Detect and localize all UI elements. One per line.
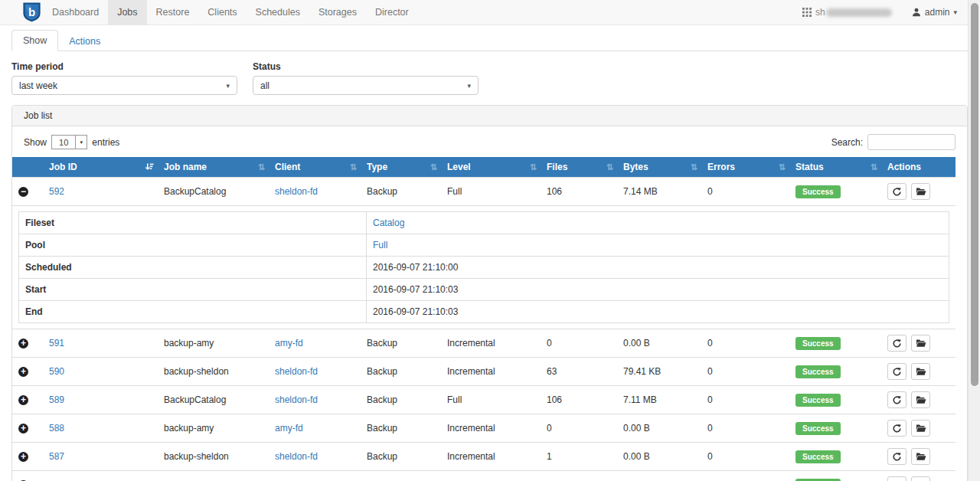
files-cell: 106 bbox=[541, 178, 617, 206]
table-header-row: Job ID Job name⇅Client⇅Type⇅Level⇅Files⇅… bbox=[12, 157, 956, 178]
nav-item-restore[interactable]: Restore bbox=[147, 0, 199, 25]
detail-row-scheduled: Scheduled2016-09-07 21:10:00 bbox=[19, 257, 949, 279]
detail-label: Scheduled bbox=[19, 257, 367, 279]
restart-job-button[interactable] bbox=[887, 420, 906, 437]
folder-open-icon bbox=[916, 395, 926, 404]
nav-item-jobs[interactable]: Jobs bbox=[108, 0, 146, 25]
status-label: Status bbox=[253, 61, 479, 72]
nav-item-dashboard[interactable]: Dashboard bbox=[43, 0, 108, 25]
expand-row-button[interactable]: − bbox=[18, 187, 28, 197]
col-header-actions[interactable]: Actions bbox=[881, 157, 956, 178]
tab-actions[interactable]: Actions bbox=[58, 31, 111, 51]
user-menu[interactable]: admin ▾ bbox=[912, 7, 957, 18]
errors-cell: 0 bbox=[701, 471, 789, 481]
status-badge: Success bbox=[795, 185, 841, 198]
type-cell: Backup bbox=[361, 414, 441, 443]
nav-item-director[interactable]: Director bbox=[366, 0, 418, 25]
job-files-button[interactable] bbox=[911, 476, 930, 481]
expand-row-button[interactable]: + bbox=[18, 367, 28, 377]
job-id-link[interactable]: 588 bbox=[49, 423, 64, 434]
job-files-button[interactable] bbox=[911, 335, 930, 352]
detail-label: Fileset bbox=[19, 212, 367, 234]
brand-logo[interactable]: b bbox=[0, 0, 43, 25]
errors-cell: 0 bbox=[701, 414, 789, 443]
nav-item-clients[interactable]: Clients bbox=[198, 0, 246, 25]
column-label: Job ID bbox=[49, 162, 77, 172]
detail-row-fileset: FilesetCatalog bbox=[19, 212, 949, 234]
col-header-job-name[interactable]: Job name⇅ bbox=[158, 157, 269, 178]
table-row: + 586 BackupCatalog sheldon-fd Backup Fu… bbox=[12, 471, 956, 481]
column-label: Client bbox=[275, 162, 300, 172]
job-id-link[interactable]: 587 bbox=[49, 451, 64, 462]
apps-grid-button[interactable] bbox=[802, 8, 812, 17]
expand-row-button[interactable]: + bbox=[18, 395, 28, 405]
level-cell: Incremental bbox=[441, 329, 541, 358]
detail-value-link[interactable]: Catalog bbox=[373, 218, 404, 228]
job-files-button[interactable] bbox=[911, 363, 930, 380]
files-cell: 106 bbox=[541, 386, 617, 414]
job-id-link[interactable]: 591 bbox=[49, 338, 64, 348]
job-detail-table: FilesetCatalogPoolFullScheduled2016-09-0… bbox=[18, 211, 949, 323]
navbar-right: sh admin ▾ bbox=[802, 0, 968, 25]
detail-row-pool: PoolFull bbox=[19, 234, 949, 257]
column-label: Files bbox=[547, 162, 567, 172]
job-id-link[interactable]: 590 bbox=[49, 366, 64, 377]
restart-icon bbox=[892, 424, 902, 434]
restart-job-button[interactable] bbox=[887, 391, 906, 408]
col-header-type[interactable]: Type⇅ bbox=[361, 157, 441, 178]
sort-both-icon: ⇅ bbox=[350, 163, 357, 172]
col-header-bytes[interactable]: Bytes⇅ bbox=[617, 157, 701, 178]
jobs-table: Job ID Job name⇅Client⇅Type⇅Level⇅Files⇅… bbox=[12, 157, 956, 481]
table-row: + 590 backup-sheldon sheldon-fd Backup I… bbox=[12, 358, 956, 386]
col-header-files[interactable]: Files⇅ bbox=[541, 157, 617, 178]
bareos-shield-icon: b bbox=[23, 2, 41, 22]
restart-job-button[interactable] bbox=[887, 476, 906, 481]
level-cell: Incremental bbox=[441, 358, 541, 386]
caret-down-icon: ▾ bbox=[467, 82, 471, 90]
restart-job-button[interactable] bbox=[887, 448, 906, 465]
sort-both-icon: ⇅ bbox=[430, 163, 437, 172]
client-link[interactable]: amy-fd bbox=[275, 423, 303, 434]
scrollbar-thumb[interactable] bbox=[971, 3, 978, 386]
restart-job-button[interactable] bbox=[887, 363, 906, 380]
client-link[interactable]: amy-fd bbox=[275, 338, 303, 348]
client-link[interactable]: sheldon-fd bbox=[275, 394, 318, 405]
expand-row-button[interactable]: + bbox=[18, 452, 28, 462]
job-files-button[interactable] bbox=[911, 183, 930, 200]
client-link[interactable]: sheldon-fd bbox=[275, 451, 318, 462]
client-link[interactable]: sheldon-fd bbox=[275, 366, 318, 377]
nav-item-storages[interactable]: Storages bbox=[309, 0, 366, 25]
folder-open-icon bbox=[916, 339, 926, 348]
expand-row-button[interactable]: + bbox=[18, 339, 28, 348]
col-header-expand bbox=[12, 157, 43, 178]
job-id-link[interactable]: 592 bbox=[49, 186, 64, 197]
restart-job-button[interactable] bbox=[887, 183, 906, 200]
table-row: + 587 backup-sheldon sheldon-fd Backup I… bbox=[12, 443, 956, 471]
job-files-button[interactable] bbox=[911, 448, 930, 465]
tab-show[interactable]: Show bbox=[11, 30, 58, 51]
search-label: Search: bbox=[831, 137, 863, 148]
job-files-button[interactable] bbox=[911, 420, 930, 437]
expand-row-button[interactable]: + bbox=[18, 424, 28, 434]
restart-job-button[interactable] bbox=[887, 335, 906, 352]
job-name-cell: BackupCatalog bbox=[158, 471, 269, 481]
client-link[interactable]: sheldon-fd bbox=[275, 186, 318, 197]
status-select[interactable]: all ▾ bbox=[253, 76, 479, 95]
col-header-client[interactable]: Client⇅ bbox=[269, 157, 361, 178]
status-badge: Success bbox=[795, 394, 841, 407]
page-size-select[interactable]: 10 ▾ bbox=[51, 135, 87, 149]
level-cell: Incremental bbox=[441, 414, 541, 443]
col-header-level[interactable]: Level⇅ bbox=[441, 157, 541, 178]
files-cell: 0 bbox=[541, 414, 617, 443]
detail-value-link[interactable]: Full bbox=[373, 240, 387, 250]
plus-icon: + bbox=[21, 395, 26, 404]
time-period-select[interactable]: last week ▾ bbox=[11, 76, 237, 95]
nav-item-schedules[interactable]: Schedules bbox=[247, 0, 309, 25]
col-header-job-id[interactable]: Job ID bbox=[43, 157, 158, 178]
job-id-link[interactable]: 589 bbox=[49, 394, 64, 405]
col-header-status[interactable]: Status⇅ bbox=[789, 157, 881, 178]
col-header-errors[interactable]: Errors⇅ bbox=[701, 157, 789, 178]
job-files-button[interactable] bbox=[911, 391, 930, 408]
search-input[interactable] bbox=[867, 134, 956, 150]
column-label: Bytes bbox=[623, 162, 648, 172]
